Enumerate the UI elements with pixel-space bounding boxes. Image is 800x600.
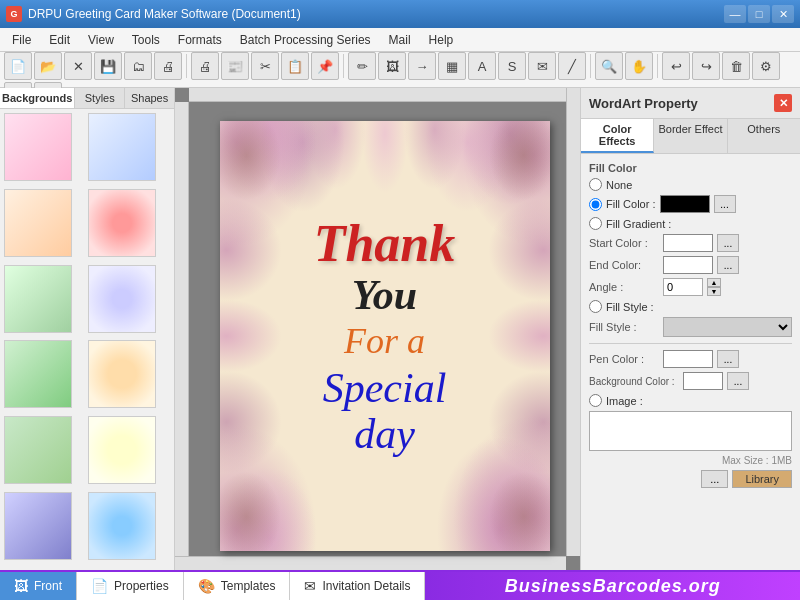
fill-color-btn[interactable]: ... [714, 195, 736, 213]
thumbnail-2[interactable] [88, 113, 156, 181]
thumbnail-8[interactable] [88, 340, 156, 408]
toolbar-paste[interactable]: 📌 [311, 52, 339, 80]
bg-color-btn[interactable]: ... [727, 372, 749, 390]
toolbar-undo[interactable]: ↩ [662, 52, 690, 80]
minimize-button[interactable]: — [724, 5, 746, 23]
end-color-swatch[interactable] [663, 256, 713, 274]
prop-tab-border-effect[interactable]: Border Effect [654, 119, 727, 153]
fill-color-section-label: Fill Color [589, 162, 792, 174]
toolbar-cut[interactable]: ✂ [251, 52, 279, 80]
radio-none-row[interactable]: None [589, 178, 792, 191]
front-icon: 🖼 [14, 578, 28, 594]
thumbnail-11[interactable] [4, 492, 72, 560]
window-controls[interactable]: — □ ✕ [724, 5, 794, 23]
toolbar-image[interactable]: 🖼 [378, 52, 406, 80]
thumbnail-9[interactable] [4, 416, 72, 484]
menu-view[interactable]: View [80, 31, 122, 49]
toolbar-save2[interactable]: 🗂 [124, 52, 152, 80]
menu-batch[interactable]: Batch Processing Series [232, 31, 379, 49]
toolbar-arrow[interactable]: → [408, 52, 436, 80]
toolbar-print-preview[interactable]: 🖨 [154, 52, 182, 80]
end-color-btn[interactable]: ... [717, 256, 739, 274]
canvas-scroll-horizontal[interactable] [175, 556, 566, 570]
canvas-scroll-vertical[interactable] [566, 88, 580, 556]
toolbar-new[interactable]: 📄 [4, 52, 32, 80]
greeting-card[interactable]: Thank You For a Special day [220, 121, 550, 551]
toolbar-email[interactable]: ✉ [528, 52, 556, 80]
tab-backgrounds[interactable]: Backgrounds [0, 88, 75, 108]
menu-file[interactable]: File [4, 31, 39, 49]
thumbnail-7[interactable] [4, 340, 72, 408]
radio-image-input[interactable] [589, 394, 602, 407]
toolbar-pencil[interactable]: ✏ [348, 52, 376, 80]
radio-fill-gradient-label: Fill Gradient : [606, 218, 671, 230]
pen-color-btn[interactable]: ... [717, 350, 739, 368]
fill-color-swatch[interactable] [660, 195, 710, 213]
angle-down[interactable]: ▼ [707, 287, 721, 296]
toolbar-delete[interactable]: 🗑 [722, 52, 750, 80]
thumbnail-1[interactable] [4, 113, 72, 181]
toolbar-pan[interactable]: ✋ [625, 52, 653, 80]
menu-tools[interactable]: Tools [124, 31, 168, 49]
thumbnail-5[interactable] [4, 265, 72, 333]
toolbar-text[interactable]: A [468, 52, 496, 80]
tab-styles[interactable]: Styles [75, 88, 125, 108]
toolbar-wordart[interactable]: S [498, 52, 526, 80]
toolbar-zoom[interactable]: 🔍 [595, 52, 623, 80]
app-icon: G [6, 6, 22, 22]
thumbnail-6[interactable] [88, 265, 156, 333]
fill-style-dropdown[interactable] [663, 317, 792, 337]
radio-fill-color-input[interactable] [589, 198, 602, 211]
front-label: Front [34, 579, 62, 593]
wordart-close-button[interactable]: ✕ [774, 94, 792, 112]
toolbar-copy[interactable]: 📋 [281, 52, 309, 80]
image-library-area[interactable] [589, 411, 792, 451]
divider-1 [589, 343, 792, 344]
close-button[interactable]: ✕ [772, 5, 794, 23]
pen-color-swatch[interactable] [663, 350, 713, 368]
thumbnail-10[interactable] [88, 416, 156, 484]
toolbar-redo[interactable]: ↪ [692, 52, 720, 80]
toolbar-barcode[interactable]: ▦ [438, 52, 466, 80]
status-tab-front[interactable]: 🖼 Front [0, 572, 77, 600]
start-color-swatch[interactable] [663, 234, 713, 252]
bottom-action-btn[interactable]: ... [701, 470, 728, 488]
radio-fill-style-input[interactable] [589, 300, 602, 313]
menu-help[interactable]: Help [421, 31, 462, 49]
menu-edit[interactable]: Edit [41, 31, 78, 49]
angle-input[interactable] [663, 278, 703, 296]
thumbnail-3[interactable] [4, 189, 72, 257]
toolbar-print[interactable]: 🖨 [191, 52, 219, 80]
toolbar-open[interactable]: 📂 [34, 52, 62, 80]
radio-none-input[interactable] [589, 178, 602, 191]
status-tab-templates[interactable]: 🎨 Templates [184, 572, 291, 600]
toolbar: 📄 📂 ✕ 💾 🗂 🖨 🖨 📰 ✂ 📋 📌 ✏ 🖼 → ▦ A S ✉ ╱ 🔍 … [0, 52, 800, 88]
toolbar-sep-4 [657, 54, 658, 78]
radio-none-label: None [606, 179, 632, 191]
toolbar-settings[interactable]: ⚙ [752, 52, 780, 80]
status-tab-properties[interactable]: 📄 Properties [77, 572, 184, 600]
angle-up[interactable]: ▲ [707, 278, 721, 287]
status-bar: 🖼 Front 📄 Properties 🎨 Templates ✉ Invit… [0, 570, 800, 600]
prop-tab-color-effects[interactable]: Color Effects [581, 119, 654, 153]
thumbnail-4[interactable] [88, 189, 156, 257]
maximize-button[interactable]: □ [748, 5, 770, 23]
toolbar-page[interactable]: 📰 [221, 52, 249, 80]
start-color-btn[interactable]: ... [717, 234, 739, 252]
toolbar-line[interactable]: ╱ [558, 52, 586, 80]
library-btn[interactable]: Library [732, 470, 792, 488]
menu-formats[interactable]: Formats [170, 31, 230, 49]
canvas-area[interactable]: Thank You For a Special day [175, 88, 580, 570]
card-you-text: You [253, 272, 517, 318]
toolbar-close[interactable]: ✕ [64, 52, 92, 80]
prop-tab-others[interactable]: Others [728, 119, 800, 153]
menu-mail[interactable]: Mail [381, 31, 419, 49]
thumbnail-12[interactable] [88, 492, 156, 560]
bg-color-swatch[interactable] [683, 372, 723, 390]
status-tab-invitation[interactable]: ✉ Invitation Details [290, 572, 425, 600]
angle-spinner[interactable]: ▲ ▼ [707, 278, 721, 296]
tab-shapes[interactable]: Shapes [125, 88, 174, 108]
toolbar-save[interactable]: 💾 [94, 52, 122, 80]
radio-fill-gradient-input[interactable] [589, 217, 602, 230]
app-title: DRPU Greeting Card Maker Software (Docum… [28, 7, 301, 21]
